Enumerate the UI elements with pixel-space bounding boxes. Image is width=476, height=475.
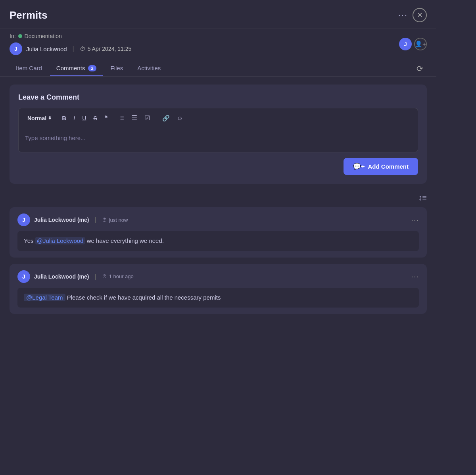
workspace-label: In: Documentation [10, 33, 131, 39]
tab-activities[interactable]: Activities [131, 61, 167, 76]
tab-files-label: Files [111, 65, 123, 71]
comment-editor-title: Leave a Comment [18, 93, 418, 102]
workspace-name: Documentation [25, 33, 62, 39]
more-options-icon[interactable]: ··· [398, 10, 408, 20]
comment-1-body: Yes @Julia Lockwood we have everything w… [17, 231, 419, 251]
task-list-button[interactable]: ☑ [142, 113, 153, 123]
comment-2-clock-icon: ⏱ [102, 273, 107, 279]
comment-1-avatar: J [17, 213, 30, 226]
meta-divider: | [73, 45, 74, 52]
comment-2-timestamp: 1 hour ago [109, 273, 134, 279]
main-content: Leave a Comment Normal ⬍ B I U S ❝ ≡ ☰ ☑ [0, 77, 436, 475]
close-button[interactable]: ✕ [413, 8, 427, 22]
comment-1-author-name: Julia Lockwood (me) [34, 217, 89, 223]
editor-placeholder: Type something here... [25, 135, 86, 141]
author-row: J Julia Lockwood | ⏱ 5 Apr 2024, 11:25 [10, 42, 131, 55]
bullet-list-button[interactable]: ☰ [129, 112, 140, 124]
quote-button[interactable]: ❝ [102, 113, 111, 123]
tab-activities-label: Activities [137, 65, 161, 71]
comment-2-mention-team[interactable]: @Legal Team [24, 294, 65, 301]
comment-2-author-name: Julia Lockwood (me) [34, 273, 89, 280]
format-chevron-icon: ⬍ [48, 115, 52, 121]
comment-1-author-section: J Julia Lockwood (me) | ⏱ just now [17, 213, 128, 226]
comment-2-suffix: Please check if we have acquired all the… [67, 294, 221, 301]
app-container: Permits ··· ✕ In: Documentation J Julia … [0, 0, 436, 475]
in-text: In: [10, 33, 16, 39]
meta-right: J 👤+ [399, 38, 427, 50]
comment-1-header: J Julia Lockwood (me) | ⏱ just now ··· [17, 213, 419, 226]
link-button[interactable]: 🔗 [159, 113, 173, 123]
timestamp: 5 Apr 2024, 11:25 [88, 46, 132, 52]
add-comment-footer: 💬+ Add Comment [18, 158, 418, 175]
comment-2-time: ⏱ 1 hour ago [102, 273, 134, 279]
toolbar-separator-1 [114, 114, 114, 122]
comment-2-avatar: J [17, 270, 30, 283]
comment-2-author-section: J Julia Lockwood (me) | ⏱ 1 hour ago [17, 270, 134, 283]
add-comment-label: Add Comment [368, 163, 409, 170]
tab-comments[interactable]: Comments 2 [50, 61, 103, 76]
comment-2-body: @Legal Team Please check if we have acqu… [17, 288, 419, 308]
header-actions: ··· ✕ [398, 8, 427, 22]
timestamp-row: ⏱ 5 Apr 2024, 11:25 [80, 46, 132, 52]
underline-button[interactable]: U [79, 113, 89, 123]
comment-1-more-button[interactable]: ··· [411, 215, 419, 225]
clock-icon: ⏱ [80, 46, 85, 52]
ordered-list-button[interactable]: ≡ [117, 113, 127, 124]
italic-button[interactable]: I [71, 113, 78, 123]
comment-1-mention[interactable]: @Julia Lockwood [35, 237, 85, 244]
comment-2-divider: | [94, 273, 96, 280]
comment-1-suffix: we have everything we need. [87, 237, 164, 244]
comment-1-divider: | [94, 216, 96, 223]
sort-icon[interactable]: ↨≡ [418, 193, 427, 202]
strikethrough-button[interactable]: S [90, 113, 100, 123]
comment-2-more-button[interactable]: ··· [411, 272, 419, 281]
meta-row: In: Documentation J Julia Lockwood | ⏱ 5… [0, 29, 436, 58]
comment-editor-card: Leave a Comment Normal ⬍ B I U S ❝ ≡ ☰ ☑ [10, 85, 427, 184]
emoji-button[interactable]: ☺ [174, 113, 186, 123]
header: Permits ··· ✕ [0, 0, 436, 29]
comments-badge: 2 [88, 65, 96, 71]
editor-toolbar: Normal ⬍ B I U S ❝ ≡ ☰ ☑ 🔗 ☺ [19, 108, 418, 128]
tabs: Item Card Comments 2 Files Activities [10, 61, 167, 76]
tab-item-card[interactable]: Item Card [10, 61, 48, 76]
page-title: Permits [10, 9, 47, 21]
tab-item-card-label: Item Card [16, 65, 42, 71]
comment-2-header: J Julia Lockwood (me) | ⏱ 1 hour ago ··· [17, 270, 419, 283]
comment-1-timestamp: just now [109, 217, 128, 223]
tab-comments-label: Comments [56, 65, 85, 71]
workspace-status-dot [18, 34, 22, 38]
add-comment-button[interactable]: 💬+ Add Comment [344, 158, 418, 175]
toolbar-separator-2 [156, 114, 156, 122]
refresh-button[interactable]: ⟳ [413, 62, 427, 76]
comment-input[interactable]: Type something here... [19, 128, 418, 152]
add-comment-icon: 💬+ [353, 163, 365, 170]
comment-1-time: ⏱ just now [102, 217, 128, 223]
author-name: Julia Lockwood [26, 46, 67, 52]
meta-left: In: Documentation J Julia Lockwood | ⏱ 5… [10, 33, 131, 55]
format-label: Normal [27, 115, 46, 121]
format-selector[interactable]: Normal ⬍ [24, 113, 55, 123]
comment-1-clock-icon: ⏱ [102, 217, 107, 223]
comment-item-2: J Julia Lockwood (me) | ⏱ 1 hour ago ···… [10, 264, 427, 314]
editor-container: Normal ⬍ B I U S ❝ ≡ ☰ ☑ 🔗 ☺ [18, 108, 418, 152]
add-user-button[interactable]: 👤+ [414, 38, 427, 50]
author-avatar: J [10, 42, 22, 55]
user-avatar-small: J [399, 38, 412, 50]
tabs-row: Item Card Comments 2 Files Activities ⟳ [0, 58, 436, 77]
tab-files[interactable]: Files [104, 61, 130, 76]
bold-button[interactable]: B [59, 113, 69, 123]
comment-item-1: J Julia Lockwood (me) | ⏱ just now ··· Y… [10, 207, 427, 258]
sort-row: ↨≡ [10, 192, 427, 207]
comment-1-prefix: Yes [24, 237, 33, 244]
